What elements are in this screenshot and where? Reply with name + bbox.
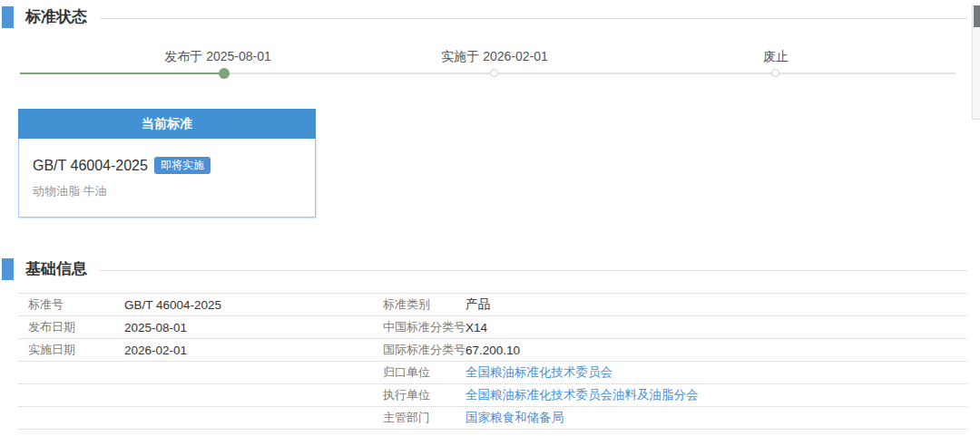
section-marker xyxy=(2,6,14,28)
centralizing-unit-link[interactable]: 全国粮油标准化技术委员会 xyxy=(466,364,967,381)
info-label: 发布日期 xyxy=(19,319,124,335)
scrollbar-track[interactable] xyxy=(972,5,980,120)
standard-name: 动物油脂 牛油 xyxy=(33,183,301,199)
info-value: 67.200.10 xyxy=(466,344,967,357)
info-label: 标准类别 xyxy=(374,296,466,313)
table-row: 执行单位 全国粮油标准化技术委员会油料及油脂分会 xyxy=(19,384,967,407)
info-label: 执行单位 xyxy=(374,387,466,403)
executing-unit-link[interactable]: 全国粮油标准化技术委员会油料及油脂分会 xyxy=(466,387,967,403)
current-standard-card: 当前标准 GB/T 46004-2025即将实施 动物油脂 牛油 xyxy=(18,109,316,218)
info-value: 产品 xyxy=(466,296,967,313)
basic-info-table: 标准号 GB/T 46004-2025 标准类别 产品 发布日期 2025-08… xyxy=(19,293,967,430)
section-divider xyxy=(100,270,967,271)
section-marker xyxy=(2,258,14,280)
info-value: X14 xyxy=(466,321,967,334)
status-badge: 即将实施 xyxy=(154,157,211,174)
info-label: 归口单位 xyxy=(374,364,466,381)
info-value: 2026-02-01 xyxy=(124,344,374,357)
basic-info-section-title: 基础信息 xyxy=(25,258,87,279)
scrollbar-thumb[interactable] xyxy=(974,5,980,27)
info-value: 2025-08-01 xyxy=(124,321,374,334)
current-standard-card-header: 当前标准 xyxy=(18,109,316,139)
standard-code-row: GB/T 46004-2025即将实施 xyxy=(33,157,301,174)
timeline-stage-published-label: 发布于 2025-08-01 xyxy=(164,49,271,65)
section-divider xyxy=(100,18,967,19)
status-section-title: 标准状态 xyxy=(25,6,87,27)
standard-code: GB/T 46004-2025 xyxy=(33,158,148,173)
table-row: 发布日期 2025-08-01 中国标准分类号 X14 xyxy=(19,316,967,339)
info-label: 实施日期 xyxy=(19,342,124,358)
current-standard-card-body: GB/T 46004-2025即将实施 动物油脂 牛油 xyxy=(18,139,316,218)
info-label: 主管部门 xyxy=(374,410,466,426)
timeline-progress-segment xyxy=(20,73,224,74)
info-label: 国际标准分类号 xyxy=(374,342,466,358)
standard-detail-page: 标准状态 发布于 2025-08-01 实施于 2026-02-01 废止 当前… xyxy=(0,5,980,436)
basic-info-section-header: 基础信息 xyxy=(0,257,980,281)
info-value: GB/T 46004-2025 xyxy=(124,298,374,312)
timeline-dot-published xyxy=(219,68,230,79)
timeline-dot-abolished xyxy=(771,69,779,77)
table-row: 实施日期 2026-02-01 国际标准分类号 67.200.10 xyxy=(19,339,967,362)
table-row: 主管部门 国家粮食和储备局 xyxy=(19,407,967,430)
timeline-stage-abolished-label: 废止 xyxy=(763,49,789,65)
competent-department-link[interactable]: 国家粮食和储备局 xyxy=(466,410,967,426)
table-row: 标准号 GB/T 46004-2025 标准类别 产品 xyxy=(19,294,967,316)
status-timeline: 发布于 2025-08-01 实施于 2026-02-01 废止 xyxy=(0,29,980,83)
info-label: 标准号 xyxy=(19,296,124,313)
table-row: 归口单位 全国粮油标准化技术委员会 xyxy=(19,362,967,384)
info-label: 中国标准分类号 xyxy=(374,319,466,335)
status-section-header: 标准状态 xyxy=(0,5,980,29)
timeline-remaining-segment xyxy=(224,73,956,74)
timeline-stage-implemented-label: 实施于 2026-02-01 xyxy=(441,49,548,65)
timeline-dot-implemented xyxy=(490,69,498,77)
